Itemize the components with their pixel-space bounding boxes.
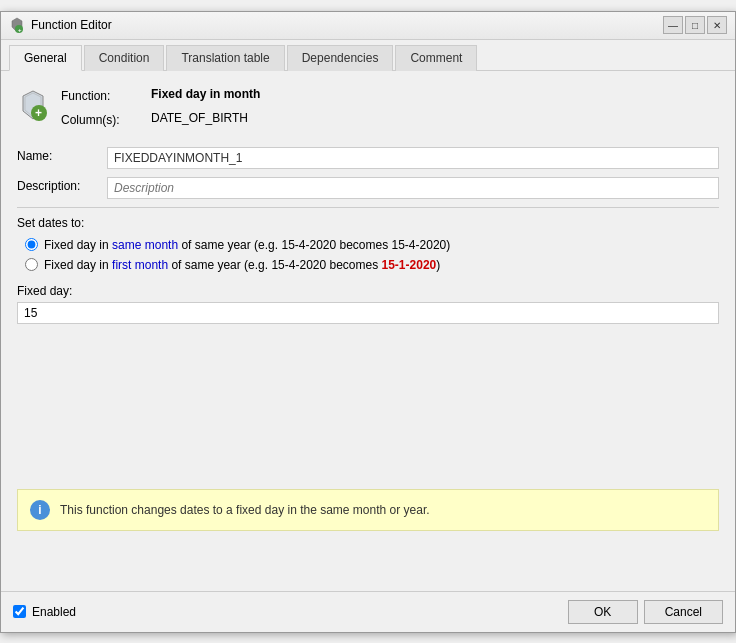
title-bar-controls: — □ ✕	[663, 16, 727, 34]
enabled-row: Enabled	[13, 605, 76, 619]
tab-dependencies[interactable]: Dependencies	[287, 45, 394, 71]
radio-same-month[interactable]	[25, 238, 38, 251]
tabs-bar: General Condition Translation table Depe…	[1, 40, 735, 71]
name-row: Name:	[17, 147, 719, 169]
column-label: Column(s):	[61, 111, 151, 127]
window-icon: +	[9, 17, 25, 33]
svg-text:+: +	[18, 27, 22, 33]
fixed-day-input[interactable]	[17, 302, 719, 324]
window-title: Function Editor	[31, 18, 112, 32]
function-info: Function: Fixed day in month Column(s): …	[61, 87, 719, 135]
bottom-buttons: OK Cancel	[568, 600, 723, 624]
svg-text:+: +	[35, 106, 42, 120]
close-button[interactable]: ✕	[707, 16, 727, 34]
description-input[interactable]	[107, 177, 719, 199]
enabled-checkbox[interactable]	[13, 605, 26, 618]
tab-general[interactable]: General	[9, 45, 82, 71]
info-box: i This function changes dates to a fixed…	[17, 489, 719, 531]
divider-1	[17, 207, 719, 208]
info-icon: i	[30, 500, 50, 520]
title-bar: + Function Editor — □ ✕	[1, 12, 735, 40]
main-window: + Function Editor — □ ✕ General Conditio…	[0, 11, 736, 633]
tab-condition[interactable]: Condition	[84, 45, 165, 71]
radio-first-month-label: Fixed day in first month of same year (e…	[44, 258, 440, 272]
cancel-button[interactable]: Cancel	[644, 600, 723, 624]
content-area: + Function: Fixed day in month Column(s)…	[1, 71, 735, 591]
function-row: Function: Fixed day in month	[61, 87, 719, 103]
info-text: This function changes dates to a fixed d…	[60, 503, 430, 517]
column-value: DATE_OF_BIRTH	[151, 111, 719, 125]
tab-translation[interactable]: Translation table	[166, 45, 284, 71]
column-row: Column(s): DATE_OF_BIRTH	[61, 111, 719, 127]
fixed-day-section: Fixed day:	[17, 284, 719, 324]
function-value: Fixed day in month	[151, 87, 719, 101]
title-bar-left: + Function Editor	[9, 17, 112, 33]
radio-first-month[interactable]	[25, 258, 38, 271]
description-input-wrapper	[107, 177, 719, 199]
radio-row-2: Fixed day in first month of same year (e…	[25, 258, 719, 272]
name-input-wrapper	[107, 147, 719, 169]
function-icon: +	[17, 89, 49, 121]
function-label: Function:	[61, 87, 151, 103]
radio-row-1: Fixed day in same month of same year (e.…	[25, 238, 719, 252]
minimize-button[interactable]: —	[663, 16, 683, 34]
tab-comment[interactable]: Comment	[395, 45, 477, 71]
ok-button[interactable]: OK	[568, 600, 638, 624]
set-dates-label: Set dates to:	[17, 216, 719, 230]
description-label: Description:	[17, 177, 107, 193]
maximize-button[interactable]: □	[685, 16, 705, 34]
bottom-bar: Enabled OK Cancel	[1, 591, 735, 632]
function-header: + Function: Fixed day in month Column(s)…	[17, 87, 719, 135]
name-input[interactable]	[107, 147, 719, 169]
radio-group: Fixed day in same month of same year (e.…	[25, 238, 719, 272]
description-row: Description:	[17, 177, 719, 199]
radio-same-month-label: Fixed day in same month of same year (e.…	[44, 238, 450, 252]
enabled-label: Enabled	[32, 605, 76, 619]
fixed-day-label: Fixed day:	[17, 284, 719, 298]
name-label: Name:	[17, 147, 107, 163]
